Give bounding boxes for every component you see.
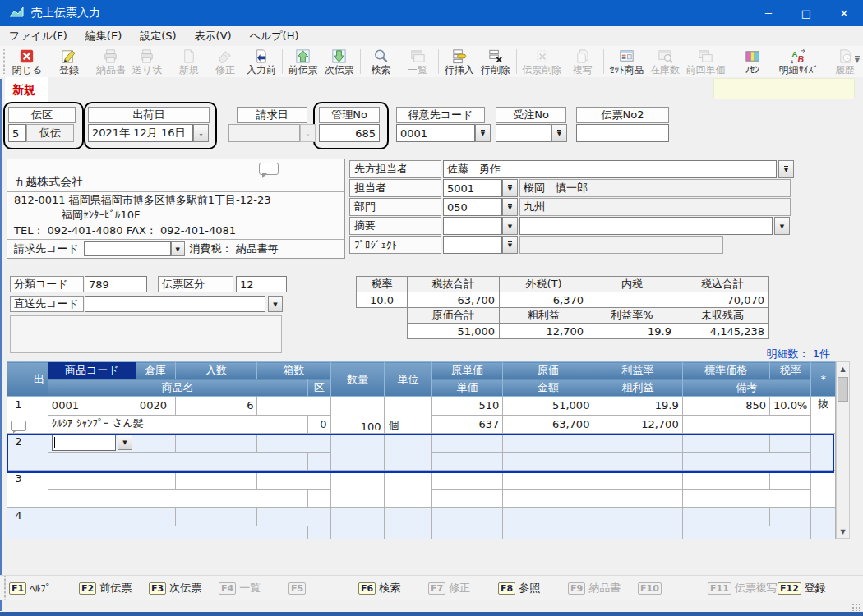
cell-gross[interactable] [593,452,682,471]
grid-row[interactable]: 3 [7,471,836,490]
order-no-input[interactable] [496,124,551,142]
cell-cost-unit[interactable] [432,434,503,453]
cell-std-price[interactable] [682,508,769,526]
col-header-warehouse[interactable]: 倉庫 [136,362,175,379]
col-header-boxes[interactable]: 箱数 [257,362,330,379]
cell-price[interactable] [432,452,503,471]
cell-price[interactable] [432,489,503,508]
cell-boxes[interactable] [257,508,330,526]
row-delete-button[interactable]: 行削除 [478,47,514,76]
order-no-lookup[interactable]: ▼ [551,124,567,142]
cell-warehouse[interactable]: 0020 [136,397,175,416]
register-button[interactable]: 登録 [51,47,87,76]
cell-qty[interactable] [330,508,385,540]
summary-text-input[interactable] [519,217,773,235]
cell-flag[interactable] [811,471,836,508]
menu-item[interactable]: ヘルプ(H) [241,26,308,46]
grid-row[interactable]: 1000100206100個51051,00019.985010.0%抜 [7,397,836,416]
cell-amount[interactable] [503,489,593,508]
menu-item[interactable]: 設定(S) [131,26,185,46]
detail-size-button[interactable]: AB明細ｻｲｽﾞ [776,47,821,76]
cell-units-per[interactable] [175,508,257,526]
cell-warehouse[interactable] [136,434,175,453]
project-code-input[interactable] [443,236,502,254]
cell-product-code[interactable] [48,471,136,490]
denku-code-input[interactable]: 5 [8,124,26,142]
kanri-no-input[interactable]: 685 [319,124,380,142]
row-out-cell[interactable] [30,508,48,540]
cell-cost[interactable] [503,471,593,490]
fkey-f1[interactable]: F1ﾍﾙﾌﾟ [9,582,79,595]
cell-cost-unit[interactable] [432,471,503,490]
summary-lookup2[interactable]: ▼ [774,217,790,235]
cell-boxes[interactable] [257,434,330,453]
resize-grip[interactable] [851,603,860,611]
menu-item[interactable]: 表示(V) [186,26,241,46]
bill-date-input[interactable] [228,124,300,142]
cell-ku[interactable] [307,452,330,471]
col-header-unit[interactable]: 単位 [385,362,432,397]
fusen-button[interactable]: ﾌｾﾝ [734,47,770,76]
slip-no2-input[interactable] [576,124,669,142]
ship-date-input[interactable]: 2021年 12月 16日 [88,124,193,142]
col-header-product-name[interactable]: 商品名 [48,379,307,397]
fkey-f2[interactable]: F2前伝票 [79,581,149,595]
cell-unit[interactable] [385,508,432,540]
cell-gross[interactable] [593,526,682,539]
cell-price[interactable]: 637 [432,415,503,434]
col-header-units-per[interactable]: 入数 [175,362,257,379]
fkey-f6[interactable]: F6検索 [358,581,428,595]
product-code-edit-input[interactable] [52,434,116,451]
row-insert-button[interactable]: 行挿入 [441,47,478,76]
staff-code-input[interactable]: 5001 [443,179,502,197]
col-header-cost-unit[interactable]: 原単価 [432,362,503,379]
cell-tax-rate[interactable]: 10.0% [770,397,811,416]
col-header-qty[interactable]: 数量 [330,362,385,397]
cell-qty[interactable] [330,434,385,471]
cell-product-name[interactable]: ｸﾙｼｱ ｼｬﾝﾌﾟｰ さん髪 [48,415,307,434]
cell-amount[interactable] [503,526,593,539]
cell-product-code[interactable]: ▼ [48,434,136,453]
class-code-input[interactable]: 789 [85,276,147,292]
dept-lookup[interactable]: ▼ [502,198,518,216]
col-header-gross[interactable]: 粗利益 [593,379,682,397]
cell-boxes[interactable] [257,397,330,416]
cell-ku[interactable] [307,489,330,508]
cell-gross[interactable]: 12,700 [593,415,682,434]
cell-units-per[interactable] [175,434,257,453]
row-out-cell[interactable] [30,434,48,471]
row-memo-icon[interactable] [11,421,26,431]
cell-tax-rate[interactable] [770,434,811,453]
fkey-f12[interactable]: F12登録 [778,581,847,595]
cell-std-price[interactable] [682,434,769,453]
cell-flag[interactable] [811,508,836,540]
staff-lookup[interactable]: ▼ [502,179,518,197]
billing-code-input[interactable] [84,241,171,256]
summary-code-input[interactable] [443,217,502,235]
col-header-price[interactable]: 単価 [432,379,503,397]
cell-unit[interactable] [385,434,432,471]
cell-cost-unit[interactable]: 510 [432,397,503,416]
next-slip-button[interactable]: 次伝票 [321,47,358,76]
menu-item[interactable]: 編集(E) [76,26,131,46]
cell-cost[interactable] [503,434,593,453]
cell-tax-rate[interactable] [770,508,811,526]
cell-units-per[interactable]: 6 [175,397,257,416]
col-header-note[interactable]: 備考 [682,379,811,397]
cell-profit-rate[interactable] [593,471,682,490]
cell-std-price[interactable] [682,471,769,490]
set-product-button[interactable]: ｾｯﾄ商品 [607,47,647,76]
customer-code-input[interactable]: 0001 [396,124,475,142]
summary-lookup[interactable]: ▼ [502,217,518,235]
close-window-button[interactable]: ✕ [825,0,863,26]
fkey-f8[interactable]: F8参照 [498,581,568,595]
cell-units-per[interactable] [175,471,257,490]
billing-code-lookup[interactable]: ▼ [171,241,185,256]
fkey-f3[interactable]: F3次伝票 [149,581,219,595]
col-header-cost[interactable]: 原価 [503,362,593,379]
menu-item[interactable]: ファイル(F) [0,26,76,46]
customer-code-lookup[interactable]: ▼ [475,124,491,142]
slip-class-input[interactable]: 12 [236,276,287,292]
cell-profit-rate[interactable]: 19.9 [593,397,682,416]
col-header-std-price[interactable]: 標準価格 [682,362,769,379]
